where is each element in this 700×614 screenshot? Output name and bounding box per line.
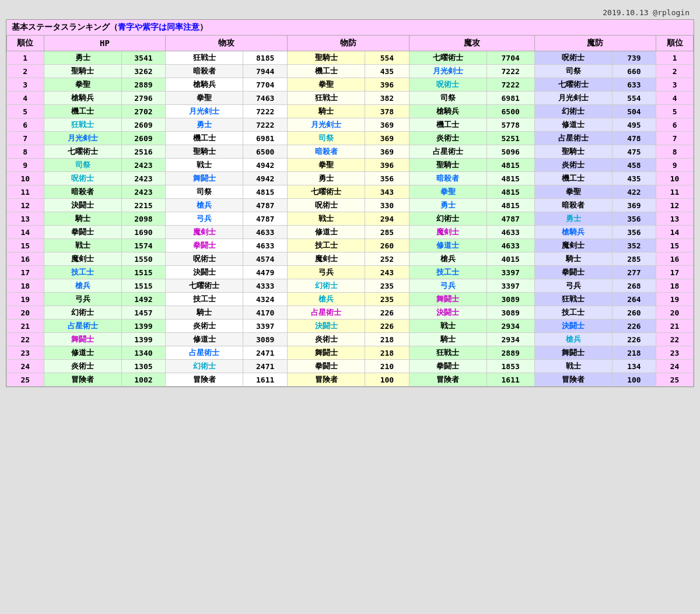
table-cell: 呪術士 xyxy=(534,51,612,65)
table-cell: 騎士 xyxy=(534,252,612,266)
table-row: 24炎術士1305幻術士2471拳闘士210拳闘士1853戦士13424 xyxy=(7,360,694,373)
table-cell: 狂戦士 xyxy=(288,92,365,105)
table-cell: 技工士 xyxy=(44,266,121,279)
table-cell: 拳聖 xyxy=(44,78,121,92)
table-cell: 拳闘士 xyxy=(166,239,243,252)
table-cell: 槍兵 xyxy=(166,199,243,212)
table-cell: 占星術士 xyxy=(288,306,365,320)
table-cell: 占星術士 xyxy=(409,145,487,159)
table-cell-value: 2889 xyxy=(121,78,166,92)
table-cell-value: 3397 xyxy=(487,266,534,279)
table-cell: 冒険者 xyxy=(288,373,365,387)
table-cell: 司祭 xyxy=(44,159,121,172)
table-cell: 槍騎兵 xyxy=(44,92,121,105)
table-cell-value: 660 xyxy=(612,65,656,78)
rank2-cell: 24 xyxy=(656,360,694,373)
table-cell-value: 3089 xyxy=(487,306,534,320)
table-cell-value: 226 xyxy=(612,333,656,346)
table-cell-value: 5251 xyxy=(487,132,534,145)
table-cell: 弓兵 xyxy=(166,212,243,226)
table-cell: 修道士 xyxy=(44,346,121,360)
header-matk: 魔攻 xyxy=(409,36,534,51)
table-cell: 騎士 xyxy=(166,306,243,320)
table-cell-value: 4333 xyxy=(243,279,288,293)
header-rank: 順位 xyxy=(7,36,44,51)
table-cell-value: 1002 xyxy=(121,373,166,387)
table-cell-value: 4015 xyxy=(487,252,534,266)
table-cell: 幻術士 xyxy=(409,212,487,226)
table-cell-value: 268 xyxy=(612,279,656,293)
table-cell-value: 100 xyxy=(612,373,656,387)
table-cell-value: 369 xyxy=(365,132,410,145)
table-cell: 月光剣士 xyxy=(409,65,487,78)
table-cell-value: 3541 xyxy=(121,51,166,65)
table-cell: 修道士 xyxy=(166,333,243,346)
table-cell-value: 5096 xyxy=(487,145,534,159)
rank-cell: 6 xyxy=(7,118,44,132)
table-cell: 技工士 xyxy=(288,239,365,252)
table-cell-value: 2889 xyxy=(487,346,534,360)
table-cell-value: 356 xyxy=(612,226,656,239)
table-cell-value: 252 xyxy=(365,252,410,266)
table-cell: 機工士 xyxy=(409,118,487,132)
table-cell-value: 4787 xyxy=(487,212,534,226)
table-cell: 槍兵 xyxy=(409,252,487,266)
table-cell-value: 3262 xyxy=(121,65,166,78)
table-cell: 呪術士 xyxy=(409,78,487,92)
table-cell-value: 369 xyxy=(365,145,410,159)
table-cell-value: 7222 xyxy=(487,65,534,78)
table-cell-value: 1690 xyxy=(121,226,166,239)
table-cell: 拳聖 xyxy=(166,92,243,105)
table-cell: 幻術士 xyxy=(166,360,243,373)
rank-cell: 2 xyxy=(7,65,44,78)
table-cell: 拳闘士 xyxy=(44,226,121,239)
table-cell: 勇士 xyxy=(44,51,121,65)
table-cell: 舞闘士 xyxy=(288,346,365,360)
table-cell-value: 235 xyxy=(365,293,410,306)
table-cell: 月光剣士 xyxy=(166,105,243,118)
table-cell: 七曜術士 xyxy=(534,78,612,92)
rank2-cell: 4 xyxy=(656,92,694,105)
rank-cell: 3 xyxy=(7,78,44,92)
table-cell: 呪術士 xyxy=(44,172,121,185)
rank-cell: 24 xyxy=(7,360,44,373)
table-cell-value: 3089 xyxy=(243,333,288,346)
rank2-cell: 15 xyxy=(656,239,694,252)
table-cell-value: 1399 xyxy=(121,333,166,346)
table-cell-value: 2423 xyxy=(121,185,166,199)
header-hp: HP xyxy=(44,36,166,51)
table-cell-value: 4633 xyxy=(243,239,288,252)
table-cell-value: 1457 xyxy=(121,306,166,320)
header-atk: 物攻 xyxy=(166,36,288,51)
table-cell: 暗殺者 xyxy=(166,65,243,78)
table-cell-value: 2471 xyxy=(243,360,288,373)
table-row: 14拳闘士1690魔剣士4633修道士285魔剣士4633槍騎兵35614 xyxy=(7,226,694,239)
table-cell-value: 1492 xyxy=(121,293,166,306)
rank-cell: 18 xyxy=(7,279,44,293)
table-cell: 冒険者 xyxy=(409,373,487,387)
table-cell-value: 1611 xyxy=(487,373,534,387)
table-cell: 拳聖 xyxy=(288,159,365,172)
table-cell: 幻術士 xyxy=(534,105,612,118)
table-cell: 魔剣士 xyxy=(534,239,612,252)
table-cell-value: 7463 xyxy=(243,92,288,105)
table-title: 基本ステータスランキング（青字や紫字は同率注意） xyxy=(7,20,694,36)
table-cell: 暗殺者 xyxy=(534,199,612,212)
rank-cell: 17 xyxy=(7,266,44,279)
rank2-cell: 22 xyxy=(656,333,694,346)
table-cell: 機工士 xyxy=(534,172,612,185)
table-cell: 決闘士 xyxy=(409,306,487,320)
rank-cell: 14 xyxy=(7,226,44,239)
table-cell: 月光剣士 xyxy=(534,92,612,105)
table-row: 19弓兵1492技工士4324槍兵235舞闘士3089狂戦士26419 xyxy=(7,293,694,306)
table-row: 3拳聖2889槍騎兵7704拳聖396呪術士7222七曜術士6333 xyxy=(7,78,694,92)
table-cell-value: 1305 xyxy=(121,360,166,373)
table-cell: 拳闘士 xyxy=(409,360,487,373)
table-cell: 七曜術士 xyxy=(44,145,121,159)
table-cell: 司祭 xyxy=(288,132,365,145)
table-cell-value: 260 xyxy=(612,306,656,320)
table-cell-value: 4942 xyxy=(243,159,288,172)
table-cell: 魔剣士 xyxy=(288,252,365,266)
table-cell: 狂戦士 xyxy=(166,51,243,65)
table-cell-value: 435 xyxy=(612,172,656,185)
